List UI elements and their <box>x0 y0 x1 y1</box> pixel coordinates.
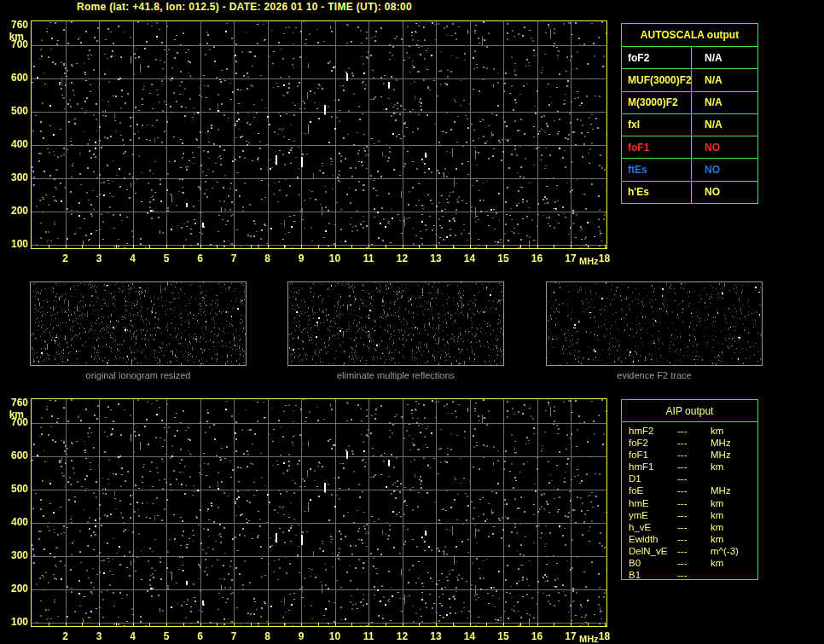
param-value: --- <box>677 461 711 473</box>
aip-row-b0: B0---km <box>622 557 757 569</box>
param-value: --- <box>677 569 711 581</box>
row-value: N/A <box>692 114 757 136</box>
x-axis-tick-label: 15 <box>497 252 508 264</box>
x-axis-tick-label: 9 <box>299 252 305 264</box>
y-axis-tick-label: 300 <box>0 172 28 183</box>
x-axis-tick-label: 12 <box>397 252 408 264</box>
row-value: N/A <box>692 69 757 90</box>
x-axis-tick-label: 5 <box>164 630 170 642</box>
param-label: hmF1 <box>629 461 677 473</box>
y-axis-tick-label: 100 <box>0 239 28 250</box>
y-axis-tick-label: 760 <box>0 20 28 31</box>
thumbnail-caption: original ionogram resized <box>30 370 247 380</box>
row-value: N/A <box>692 47 757 68</box>
param-value: --- <box>677 437 711 449</box>
x-axis-tick-label: 11 <box>363 252 374 264</box>
x-axis-tick-label: 2 <box>62 252 68 264</box>
x-axis-tick-label: 13 <box>430 252 441 264</box>
aip-row-ewidth: Ewidth---km <box>622 533 757 545</box>
param-unit: km <box>711 425 757 437</box>
param-label: foF1 <box>629 449 677 461</box>
row-label: fxI <box>622 114 692 136</box>
y-axis-tick-label: 200 <box>0 206 28 217</box>
table-row-fof1: foF1 NO <box>622 136 757 159</box>
x-axis-unit-label: MHz <box>579 256 599 266</box>
thumbnail-canvas <box>288 282 503 365</box>
aip-row-fof1: foF1---MHz <box>622 449 757 461</box>
x-axis-tick-label: 8 <box>264 630 270 642</box>
x-axis-tick-label: 9 <box>299 630 305 642</box>
thumbnail-canvas <box>31 282 246 365</box>
row-value: NO <box>692 182 757 203</box>
y-axis-unit-label: km <box>0 31 24 43</box>
x-axis-tick-label: 7 <box>231 252 237 264</box>
y-axis-tick-label: 400 <box>0 139 28 150</box>
table-row-m3000f2: M(3000)F2 N/A <box>622 92 757 114</box>
x-axis-tick-label: 6 <box>197 630 203 642</box>
x-axis-unit-label: MHz <box>579 634 599 644</box>
y-axis-tick-label: 760 <box>0 397 28 409</box>
row-value: NO <box>692 159 757 180</box>
x-axis-tick-label: 15 <box>497 630 508 642</box>
param-unit: MHz <box>711 484 757 496</box>
thumbnail-caption: eliminate multiple reflections <box>287 370 504 380</box>
row-label: M(3000)F2 <box>622 92 692 113</box>
param-value: --- <box>677 425 711 437</box>
aip-row-hmf1: hmF1---km <box>622 461 757 473</box>
param-label: DelN_vE <box>629 545 677 557</box>
y-axis-tick-label: 500 <box>0 106 28 117</box>
param-unit: km <box>711 509 757 521</box>
param-value: --- <box>677 497 711 509</box>
row-label: ftEs <box>622 159 692 180</box>
thumbnail-evidence-f2-trace <box>546 281 763 366</box>
table-row-hes: h'Es NO <box>622 182 757 203</box>
row-label: foF1 <box>622 136 692 158</box>
aip-table-body: hmF2---km foF2---MHz foF1---MHz hmF1---k… <box>622 422 757 581</box>
y-axis-tick-label: 600 <box>0 450 28 461</box>
table-row-fxi: fxI N/A <box>622 114 757 136</box>
table-row-muf3000f2: MUF(3000)F2 N/A <box>622 69 757 91</box>
ionogram-plot-main <box>31 20 607 249</box>
row-value: N/A <box>692 92 757 113</box>
y-axis-unit-label: km <box>0 409 24 421</box>
param-unit: MHz <box>711 437 757 449</box>
param-unit: km <box>711 461 757 473</box>
x-axis-tick-label: 18 <box>599 252 610 264</box>
param-label: D1 <box>629 473 677 484</box>
aip-row-delnve: DelN_vE---m^(-3) <box>622 545 757 557</box>
ionogram-canvas-main <box>32 21 606 248</box>
x-axis-tick-label: 5 <box>164 252 170 264</box>
thumbnail-caption: evidence F2 trace <box>546 370 763 380</box>
x-axis-tick-label: 4 <box>130 630 136 642</box>
param-label: foE <box>629 484 677 496</box>
x-axis-tick-label: 14 <box>464 630 475 642</box>
autoscala-table-title: AUTOSCALA output <box>622 24 757 47</box>
param-label: h_vE <box>629 521 677 533</box>
param-label: B1 <box>629 569 677 581</box>
x-axis-tick-label: 11 <box>363 630 374 642</box>
param-unit: MHz <box>711 449 757 461</box>
thumbnail-original-ionogram <box>30 281 247 366</box>
param-value: --- <box>677 449 711 461</box>
row-label: foF2 <box>622 47 692 68</box>
param-label: hmF2 <box>629 425 677 437</box>
ionogram-canvas-restored <box>32 399 606 626</box>
param-unit: km <box>711 533 757 545</box>
y-axis-tick-label: 400 <box>0 517 28 528</box>
x-axis-tick-label: 2 <box>62 630 68 642</box>
param-unit: m^(-3) <box>711 545 757 557</box>
param-label: hmE <box>629 497 677 509</box>
aip-row-hmf2: hmF2---km <box>622 425 757 437</box>
table-row-ftes: ftEs NO <box>622 159 757 181</box>
param-unit <box>711 569 757 581</box>
param-unit: km <box>711 497 757 509</box>
aip-row-yme: ymE---km <box>622 509 757 521</box>
param-value: --- <box>677 509 711 521</box>
x-axis-tick-label: 17 <box>565 252 576 264</box>
param-value: --- <box>677 533 711 545</box>
table-row-fof2: foF2 N/A <box>622 47 757 69</box>
aip-row-b1: B1--- <box>622 569 757 581</box>
x-axis-tick-label: 12 <box>397 630 408 642</box>
ionogram-plot-restored <box>31 398 607 627</box>
param-value: --- <box>677 557 711 569</box>
